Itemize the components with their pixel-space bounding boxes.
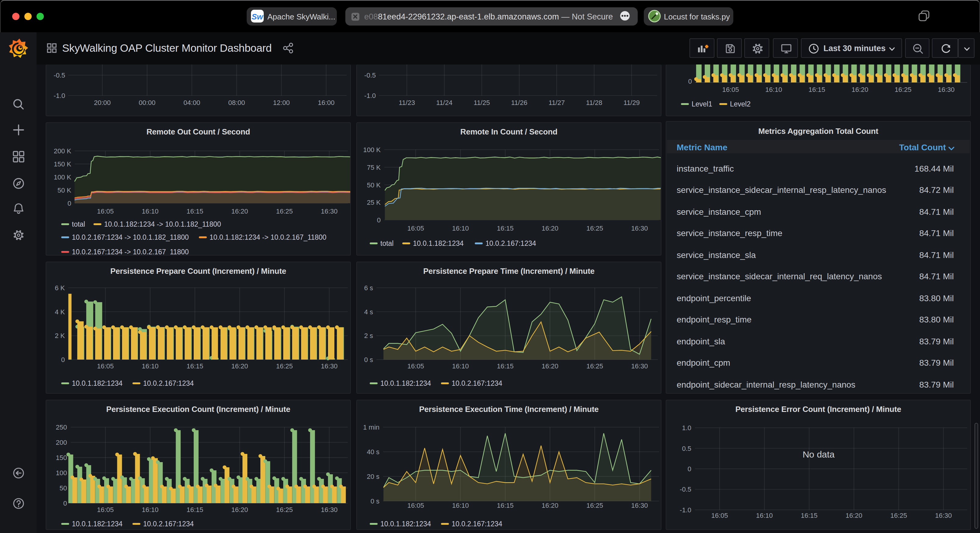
svg-text:16:20: 16:20 — [231, 208, 248, 215]
svg-text:No data: No data — [802, 449, 834, 459]
svg-text:150: 150 — [56, 454, 67, 462]
svg-text:6 s: 6 s — [364, 284, 373, 292]
svg-text:50: 50 — [60, 484, 67, 492]
svg-text:16:05: 16:05 — [722, 86, 739, 94]
svg-text:16:30: 16:30 — [321, 506, 337, 514]
svg-text:11/24: 11/24 — [436, 99, 452, 106]
svg-text:16:30: 16:30 — [935, 512, 952, 519]
svg-text:10.0.1.182:1234: 10.0.1.182:1234 — [413, 240, 463, 247]
svg-text:11/29: 11/29 — [624, 99, 640, 106]
svg-text:0: 0 — [688, 78, 692, 85]
svg-text:16:20: 16:20 — [231, 362, 248, 370]
svg-text:16:15: 16:15 — [497, 502, 514, 509]
svg-text:16:20: 16:20 — [851, 86, 868, 94]
svg-text:16:10: 16:10 — [756, 512, 773, 519]
svg-text:-0.5: -0.5 — [54, 71, 65, 79]
svg-text:16:25: 16:25 — [276, 362, 293, 370]
svg-text:16:25: 16:25 — [276, 506, 293, 514]
svg-text:04:00: 04:00 — [183, 99, 200, 106]
svg-text:11/28: 11/28 — [586, 99, 602, 106]
svg-text:10.0.1.182:1234: 10.0.1.182:1234 — [72, 379, 123, 387]
svg-text:16:25: 16:25 — [586, 225, 603, 232]
svg-text:16:10: 16:10 — [142, 208, 158, 215]
svg-text:0: 0 — [688, 465, 691, 473]
svg-text:10.0.2.167:1234: 10.0.2.167:1234 — [143, 520, 194, 528]
svg-text:16:25: 16:25 — [586, 362, 603, 370]
svg-text:6 K: 6 K — [55, 284, 65, 292]
svg-text:16:10: 16:10 — [142, 362, 158, 370]
svg-text:16:15: 16:15 — [801, 512, 818, 519]
svg-text:-1.0: -1.0 — [364, 92, 376, 100]
svg-text:16:25: 16:25 — [890, 512, 907, 519]
svg-text:10.0.2.167:1234: 10.0.2.167:1234 — [485, 240, 536, 247]
svg-text:16:30: 16:30 — [631, 225, 648, 232]
svg-text:250: 250 — [56, 424, 67, 431]
svg-text:10.0.2.167:1234: 10.0.2.167:1234 — [143, 379, 194, 387]
svg-text:16:30: 16:30 — [321, 208, 337, 215]
svg-text:4 K: 4 K — [55, 308, 65, 316]
svg-text:0 s: 0 s — [371, 497, 379, 505]
svg-text:2 K: 2 K — [55, 332, 65, 339]
svg-text:0: 0 — [61, 356, 65, 363]
svg-text:total: total — [72, 220, 85, 228]
svg-text:200: 200 — [56, 439, 67, 446]
svg-text:10.0.2.167:1234: 10.0.2.167:1234 — [452, 379, 502, 387]
svg-text:16:00: 16:00 — [318, 99, 334, 106]
svg-text:-0.5: -0.5 — [680, 485, 691, 493]
svg-text:16:20: 16:20 — [541, 225, 558, 232]
svg-text:16:05: 16:05 — [407, 225, 424, 232]
svg-text:11/25: 11/25 — [474, 99, 490, 106]
svg-text:Level1: Level1 — [692, 100, 712, 108]
svg-text:25 K: 25 K — [367, 199, 381, 206]
svg-text:75 K: 75 K — [367, 164, 381, 171]
svg-text:2 s: 2 s — [364, 332, 373, 339]
svg-text:16:30: 16:30 — [938, 86, 955, 94]
svg-text:10.0.2.167:1234: 10.0.2.167:1234 — [452, 520, 502, 528]
svg-text:16:05: 16:05 — [407, 502, 424, 509]
svg-text:10.0.1.182:1234 -> 10.0.1.182_: 10.0.1.182:1234 -> 10.0.1.182_11800 — [104, 220, 221, 228]
svg-text:11/27: 11/27 — [549, 99, 565, 106]
svg-text:08:00: 08:00 — [228, 99, 245, 106]
svg-text:16:25: 16:25 — [895, 86, 912, 94]
svg-text:-1.0: -1.0 — [680, 506, 691, 514]
svg-text:4 s: 4 s — [364, 308, 373, 316]
svg-text:16:10: 16:10 — [142, 506, 158, 514]
svg-text:10.0.1.182:1234: 10.0.1.182:1234 — [380, 520, 431, 528]
svg-text:10.0.2.167:1234 -> 10.0.2.167_: 10.0.2.167:1234 -> 10.0.2.167_11800 — [72, 248, 189, 255]
svg-text:11/26: 11/26 — [511, 99, 527, 106]
svg-text:-0.5: -0.5 — [364, 71, 376, 79]
svg-text:0: 0 — [64, 500, 67, 507]
svg-text:10.0.1.182:1234: 10.0.1.182:1234 — [380, 379, 431, 387]
svg-text:16:20: 16:20 — [541, 362, 558, 370]
svg-text:0 s: 0 s — [364, 356, 373, 363]
svg-text:10.0.1.182:1234 -> 10.0.2.167_: 10.0.1.182:1234 -> 10.0.2.167_11800 — [210, 233, 326, 241]
svg-text:16:20: 16:20 — [541, 502, 558, 509]
svg-text:50 K: 50 K — [367, 181, 381, 189]
svg-text:16:25: 16:25 — [586, 502, 603, 509]
svg-text:0.5: 0.5 — [682, 445, 691, 452]
svg-text:00:00: 00:00 — [138, 99, 155, 106]
svg-text:16:15: 16:15 — [186, 506, 203, 514]
svg-text:100: 100 — [56, 469, 67, 477]
svg-text:16:05: 16:05 — [97, 506, 114, 514]
svg-text:16:15: 16:15 — [497, 225, 514, 232]
svg-text:150 K: 150 K — [54, 160, 72, 168]
svg-text:1.0: 1.0 — [682, 424, 691, 432]
svg-text:16:30: 16:30 — [631, 502, 648, 509]
svg-text:0: 0 — [377, 216, 381, 224]
svg-text:50 K: 50 K — [57, 187, 72, 194]
svg-text:16:05: 16:05 — [97, 208, 114, 215]
svg-text:100 K: 100 K — [363, 146, 381, 154]
svg-text:16:15: 16:15 — [497, 362, 514, 370]
svg-text:10.0.2.167:1234 -> 10.0.1.182_: 10.0.2.167:1234 -> 10.0.1.182_11800 — [72, 233, 189, 241]
svg-text:16:15: 16:15 — [186, 208, 203, 215]
svg-text:11/23: 11/23 — [399, 99, 415, 106]
svg-text:100 K: 100 K — [54, 173, 72, 181]
svg-text:16:05: 16:05 — [97, 362, 114, 370]
svg-text:40 s: 40 s — [367, 448, 379, 456]
svg-text:Level2: Level2 — [730, 100, 751, 108]
svg-text:16:10: 16:10 — [765, 86, 782, 94]
svg-text:20:00: 20:00 — [94, 99, 111, 106]
svg-text:1 min: 1 min — [363, 424, 379, 431]
svg-text:-1.0: -1.0 — [54, 92, 65, 100]
